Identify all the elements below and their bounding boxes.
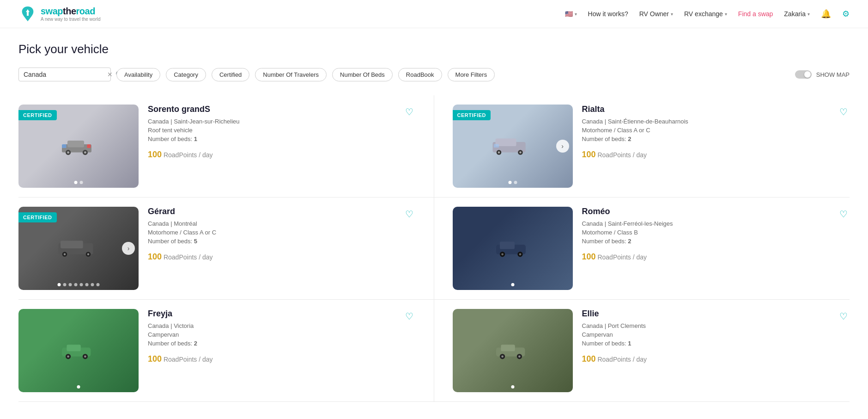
vehicle-location: Canada | Port Clements [582,322,829,329]
points-label: RoadPoints / day [164,151,213,159]
carousel-dot[interactable] [511,385,514,388]
carousel-dot[interactable] [63,283,67,286]
carousel-dot[interactable] [91,283,94,286]
flag-icon: 🇺🇸 [565,10,573,18]
svg-point-13 [519,151,522,154]
nav-user[interactable]: Zakaria ▾ [784,10,810,18]
vehicle-name: Sorento grandS [148,105,394,114]
carousel-dots [508,181,517,184]
points-value: 100 [582,150,596,159]
points-label: RoadPoints / day [164,253,213,261]
carousel-next-btn[interactable]: › [556,140,569,153]
favorite-btn-rialta[interactable]: ♡ [838,105,850,119]
rv-owner-chevron: ▾ [671,12,673,17]
nav-rv-exchange[interactable]: RV exchange ▾ [684,10,727,18]
travelers-filter[interactable]: Number Of Travelers [255,68,327,81]
search-clear-icon[interactable]: ✕ [107,71,113,78]
vehicle-beds: Number of beds: 2 [148,340,394,347]
points-value: 100 [582,252,596,261]
favorite-btn-freyja[interactable]: ♡ [403,309,415,324]
svg-rect-6 [62,144,67,148]
vehicle-image-romeo [453,207,573,290]
vehicle-type: Motorhome / Class A or C [582,127,829,134]
vehicle-name: Freyja [148,309,394,319]
carousel-dot[interactable] [511,283,514,286]
certified-filter[interactable]: Certified [212,68,249,81]
points-value: 100 [148,252,162,261]
settings-gear-icon[interactable]: ⚙ [842,9,850,19]
carousel-dots [77,385,80,388]
vehicle-image-gerard: CERTIFIED › [18,207,139,290]
logo-icon [18,5,37,23]
svg-point-24 [501,253,504,255]
more-filters[interactable]: More Filters [448,68,495,81]
vehicle-points: 100 RoadPoints / day [148,354,394,364]
svg-rect-16 [61,241,83,249]
vehicle-illustration [453,207,573,290]
show-map-toggle[interactable]: SHOW MAP [795,70,850,79]
favorite-btn-gerard[interactable]: ♡ [403,207,415,222]
svg-rect-7 [87,144,91,148]
search-input[interactable] [24,71,104,78]
roadbook-filter[interactable]: RoadBook [398,68,442,81]
language-selector[interactable]: 🇺🇸 ▾ [565,10,577,18]
svg-point-30 [67,355,69,357]
carousel-dot[interactable] [74,181,78,184]
points-label: RoadPoints / day [597,151,647,159]
beds-count: 5 [194,238,197,245]
carousel-dot[interactable] [80,283,83,286]
show-map-label: SHOW MAP [816,71,850,78]
favorite-btn-romeo[interactable]: ♡ [838,207,850,222]
vehicle-beds: Number of beds: 2 [582,238,829,245]
carousel-dot[interactable] [58,283,61,286]
vehicle-type: Campervan [148,331,394,338]
svg-point-36 [501,355,504,357]
carousel-dot[interactable] [85,283,89,286]
points-value: 100 [148,150,162,159]
svg-rect-14 [493,144,498,148]
vehicle-illustration [18,309,139,392]
logo-name: swaptheroad [41,6,101,17]
nav-how-it-works[interactable]: How it works? [588,10,628,18]
vehicle-card-sorento: CERTIFIED Sorento grandS Canada | Saint-… [18,95,434,197]
vehicle-location: Canada | Montréal [148,220,394,227]
carousel-dots [511,385,514,388]
nav-rv-owner[interactable]: RV Owner ▾ [639,10,673,18]
carousel-dot[interactable] [514,181,517,184]
vehicle-beds: Number of beds: 1 [148,136,394,142]
carousel-dot[interactable] [97,283,100,286]
favorite-btn-sorento[interactable]: ♡ [403,105,415,119]
vehicle-points: 100 RoadPoints / day [582,150,829,160]
category-filter[interactable]: Category [166,68,206,81]
vehicle-image-rialta: CERTIFIED › [453,105,573,188]
logo[interactable]: swaptheroad A new way to travel the worl… [18,5,101,23]
vehicle-info-rialta: Rialta Canada | Saint-Étienne-de-Beauhar… [582,105,829,160]
carousel-dots [58,283,100,286]
nav-find-swap[interactable]: Find a swap [738,10,773,18]
vehicle-points: 100 RoadPoints / day [582,252,829,262]
svg-rect-1 [67,141,84,147]
vehicle-name: Rialta [582,105,829,114]
vehicle-image-ellie [453,309,573,392]
vehicle-card-freyja: Freyja Canada | Victoria Campervan Numbe… [18,300,434,402]
beds-count: 2 [628,238,631,245]
carousel-dot[interactable] [80,181,83,184]
availability-filter[interactable]: Availability [116,68,160,81]
svg-rect-28 [67,345,80,351]
vehicle-card-ellie: Ellie Canada | Port Clements Campervan N… [434,300,850,402]
points-value: 100 [582,354,596,364]
carousel-dots [74,181,83,184]
vehicle-card-gerard: CERTIFIED › Gérard Canada | Montréal Mot… [18,197,434,300]
notification-bell-icon[interactable]: 🔔 [821,9,831,19]
vehicle-type: Roof tent vehicle [148,127,394,134]
beds-filter[interactable]: Number Of Beds [332,68,393,81]
carousel-dot[interactable] [69,283,72,286]
carousel-dot[interactable] [77,385,80,388]
carousel-next-btn[interactable]: › [122,242,135,255]
carousel-dot[interactable] [74,283,78,286]
main-content: Pick your vehicle ✕ 🔍 Availability Categ… [0,28,868,416]
vehicle-beds: Number of beds: 2 [582,136,829,142]
favorite-btn-ellie[interactable]: ♡ [838,309,850,324]
carousel-dot[interactable] [508,181,511,184]
vehicle-info-gerard: Gérard Canada | Montréal Motorhome / Cla… [148,207,394,262]
